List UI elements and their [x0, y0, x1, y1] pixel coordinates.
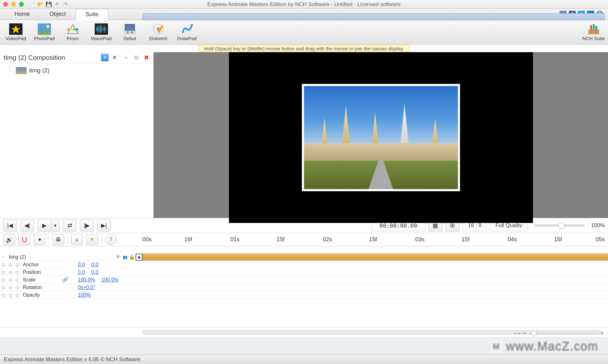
timeline-footer: ⟷ − +: [0, 327, 608, 337]
zoom-fit-icon[interactable]: ⟷: [514, 331, 521, 336]
tool-label: Prism: [67, 36, 79, 41]
window-controls: [3, 2, 24, 7]
position-y-value[interactable]: 0.0: [88, 269, 101, 275]
delete-icon[interactable]: ✖: [142, 53, 151, 62]
ruler-mark: 03s: [415, 236, 424, 243]
timeline-zoom-slider[interactable]: [529, 332, 598, 334]
timeline-layer-name: timg (2): [7, 254, 70, 260]
visibility-icon[interactable]: 👁: [115, 254, 122, 260]
videopad-icon: [9, 23, 22, 35]
add-key-icon[interactable]: ◇: [7, 269, 14, 275]
solo-icon[interactable]: 👥: [122, 255, 129, 259]
add-key-icon[interactable]: ◇: [7, 277, 14, 283]
move-down-button[interactable]: ▼: [86, 234, 98, 245]
prev-key-icon[interactable]: ◇: [0, 262, 7, 268]
timeline-help-button[interactable]: ?: [105, 234, 117, 245]
canvas-image[interactable]: [302, 84, 460, 191]
scale-y-value[interactable]: 100.0%: [98, 277, 122, 283]
prev-key-icon[interactable]: ◇: [0, 269, 7, 275]
add-key-icon[interactable]: ◇: [7, 284, 14, 290]
lock-icon[interactable]: 🔒: [129, 254, 136, 260]
play-button[interactable]: ▶: [37, 219, 51, 231]
anchor-y-value[interactable]: 0.0: [88, 262, 101, 268]
tab-home[interactable]: Home: [5, 9, 40, 20]
composition-dropdown-icon[interactable]: ▼: [101, 54, 109, 61]
prop-label: Opacity: [21, 292, 62, 298]
svg-rect-24: [125, 24, 135, 31]
maximize-window-icon[interactable]: [19, 2, 24, 7]
go-end-button[interactable]: ▶|: [97, 219, 111, 231]
move-up-button[interactable]: ▲: [71, 234, 83, 245]
undo-icon[interactable]: ↶: [54, 2, 60, 7]
tool-disketch[interactable]: Disketch: [144, 23, 173, 41]
timeline-layer-row[interactable]: − timg (2) 👁 👥 🔒 ◉: [0, 253, 608, 261]
open-file-icon[interactable]: 📂: [38, 2, 43, 7]
ruler-mark: 15f: [276, 236, 284, 243]
svg-rect-25: [124, 31, 135, 34]
snap-button[interactable]: U: [18, 234, 30, 245]
prop-label: Anchor: [21, 262, 62, 268]
motion-blur-icon[interactable]: ◉: [136, 254, 142, 261]
tool-debut[interactable]: Debut: [116, 23, 144, 41]
layer-tree-item[interactable]: timg (2): [6, 67, 147, 74]
duplicate-icon[interactable]: ⧉: [132, 53, 141, 62]
new-file-icon[interactable]: 📄: [29, 2, 35, 7]
settings-icon[interactable]: ✕: [110, 53, 119, 62]
tool-prism[interactable]: Prism: [59, 23, 87, 41]
status-bar: Express Animate Masters Edition v 5.05 ©…: [0, 355, 608, 364]
go-start-button[interactable]: |◀: [3, 219, 17, 231]
composition-name[interactable]: timg (2) Composition: [3, 53, 100, 62]
minimize-window-icon[interactable]: [11, 2, 16, 7]
add-key-icon[interactable]: ◇: [7, 262, 14, 268]
zoom-out-icon[interactable]: −: [522, 329, 527, 337]
timeline-scrubber[interactable]: [142, 13, 605, 20]
hint-text: Hold (Space) key or (Middle) mouse butto…: [198, 45, 410, 52]
next-key-icon[interactable]: ◇: [14, 284, 21, 290]
loop-button[interactable]: ⇄: [63, 219, 77, 231]
step-forward-button[interactable]: |▶: [80, 219, 94, 231]
add-file-icon[interactable]: ＋: [122, 53, 130, 62]
next-key-icon[interactable]: ◇: [14, 262, 21, 268]
tab-object[interactable]: Object: [40, 9, 76, 20]
tab-suite[interactable]: Suite: [76, 9, 108, 20]
position-x-value[interactable]: 0.0: [75, 269, 88, 275]
next-key-icon[interactable]: ◇: [14, 269, 21, 275]
canvas-viewport[interactable]: [154, 52, 608, 223]
auto-key-button[interactable]: ✦: [34, 234, 46, 245]
prev-key-icon[interactable]: ◇: [0, 284, 7, 290]
next-key-icon[interactable]: ◇: [14, 292, 21, 298]
prev-key-icon[interactable]: ◇: [0, 277, 7, 283]
zoom-slider[interactable]: [534, 224, 585, 227]
tool-photopad[interactable]: PhotoPad: [30, 23, 59, 41]
ruler-mark: 15f: [369, 236, 377, 243]
tool-videopad[interactable]: VideoPad: [2, 23, 30, 41]
redo-icon[interactable]: ↷: [62, 2, 68, 7]
watermark: M www.MacZ.com: [490, 340, 598, 353]
title-bar: 📄 📂 💾 ↶ ↷ Express Animate Masters Editio…: [0, 0, 608, 9]
anchor-x-value[interactable]: 0.0: [75, 262, 88, 268]
next-key-icon[interactable]: ◇: [14, 277, 21, 283]
tool-drawpad[interactable]: DrawPad: [173, 23, 201, 41]
step-back-button[interactable]: ◀|: [20, 219, 34, 231]
export-frame-button[interactable]: 🖶: [52, 234, 64, 245]
tool-label: DrawPad: [177, 36, 197, 41]
rotation-value[interactable]: 0x+0.0°: [75, 285, 98, 290]
timeline-toolbar: 🔊 U ✦ 🖶 ▲ ▼ ? 00s 15f 01s 15f 02s 15f 03…: [0, 233, 608, 246]
play-dropdown-button[interactable]: ▼: [51, 219, 60, 231]
ruler-mark: 15f: [554, 236, 562, 243]
link-scale-icon[interactable]: 🔗: [62, 277, 68, 283]
tool-wavepad[interactable]: WavePad: [87, 23, 116, 41]
prev-key-icon[interactable]: ◇: [0, 292, 7, 298]
close-window-icon[interactable]: [3, 2, 8, 7]
timeline-ruler[interactable]: 00s 15f 01s 15f 02s 15f 03s 15f 04s 15f …: [142, 233, 605, 246]
tool-nchsuite[interactable]: NCH Suite: [582, 23, 605, 41]
add-key-icon[interactable]: ◇: [7, 292, 14, 298]
audio-toggle-button[interactable]: 🔊: [3, 234, 15, 245]
svg-rect-6: [67, 28, 78, 30]
save-file-icon[interactable]: 💾: [46, 2, 52, 7]
zoom-in-icon[interactable]: +: [600, 329, 604, 337]
tool-label: NCH Suite: [582, 36, 605, 41]
opacity-value[interactable]: 100%: [75, 292, 94, 298]
scale-x-value[interactable]: 100.0%: [75, 277, 98, 283]
collapse-icon[interactable]: −: [0, 254, 7, 260]
